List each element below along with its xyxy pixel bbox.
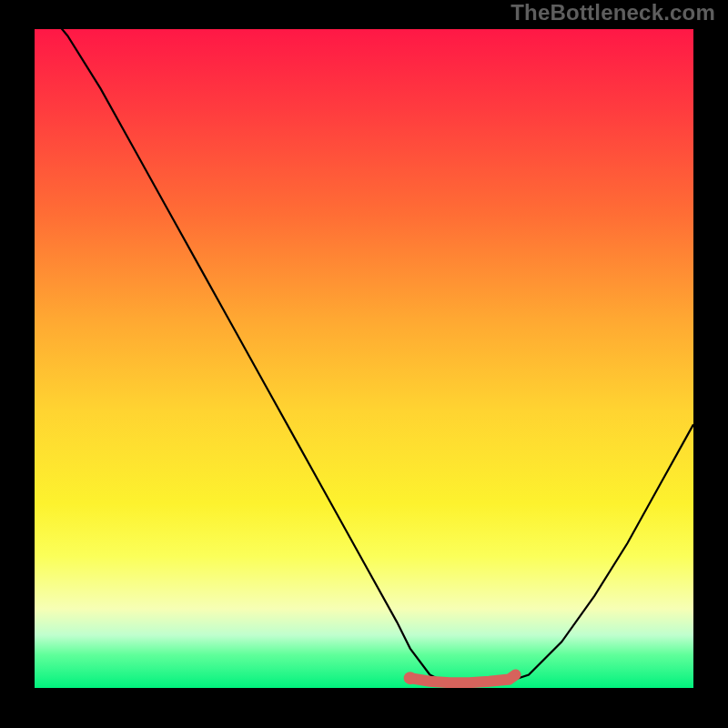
bottleneck-curve — [35, 29, 693, 684]
optimal-range-marker — [410, 675, 516, 683]
watermark-text: TheBottleneck.com — [511, 0, 715, 25]
plot-overlay-svg — [35, 29, 693, 688]
chart-frame: TheBottleneck.com — [0, 0, 728, 728]
optimal-point-marker — [404, 672, 417, 684]
